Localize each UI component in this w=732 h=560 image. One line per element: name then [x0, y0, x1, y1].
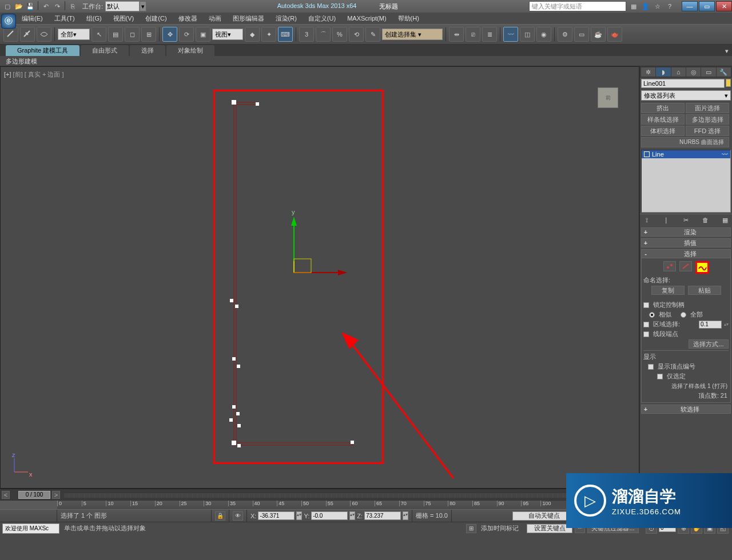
paste-button[interactable]: 粘贴	[688, 286, 721, 295]
ribbon-tab-freeform[interactable]: 自由形式	[81, 45, 129, 56]
similar-radio[interactable]	[649, 312, 655, 318]
ribbon-collapse-icon[interactable]: ▾	[722, 46, 732, 56]
tab-utilities-icon[interactable]: 🔧	[717, 67, 731, 77]
lock-handles-check[interactable]	[643, 302, 649, 308]
link-tool-icon[interactable]	[3, 27, 18, 42]
coord-y[interactable]: -0.0	[311, 511, 348, 520]
menu-view[interactable]: 视图(V)	[108, 13, 140, 24]
rollout-render[interactable]: +渲染	[641, 227, 731, 237]
area-value-spinner[interactable]: 0.1	[699, 321, 722, 329]
anglesnap-icon[interactable]: ⌒	[316, 27, 331, 42]
help-icon[interactable]: ?	[665, 1, 675, 11]
comm-center-icon[interactable]: ⊞	[466, 524, 476, 533]
ribbon-tab-select[interactable]: 选择	[130, 45, 165, 56]
remove-mod-icon[interactable]: 🗑	[701, 215, 710, 225]
favorite-icon[interactable]: ☆	[653, 1, 663, 11]
rollout-interp[interactable]: +插值	[641, 238, 731, 247]
viewport[interactable]: [+] [前] [ 真实 + 边面 ] 前 y	[0, 66, 639, 489]
new-icon[interactable]: ▢	[2, 1, 13, 11]
ribbon-panel-label[interactable]: 多边形建模	[0, 56, 732, 66]
tab-motion-icon[interactable]: ◎	[686, 67, 701, 77]
menu-render[interactable]: 渲染(R)	[270, 13, 303, 24]
mod-btn-patchsel[interactable]: 面片选择	[686, 103, 729, 113]
redo-icon[interactable]: ↷	[52, 1, 62, 11]
mod-btn-splinesel[interactable]: 样条线选择	[641, 114, 685, 125]
pin-stack-icon[interactable]: ⟟	[642, 215, 651, 225]
open-icon[interactable]: 📂	[14, 1, 24, 11]
tab-modify-icon[interactable]: ◗	[656, 67, 670, 77]
schematic-icon[interactable]: ◫	[520, 27, 535, 42]
render-frame-icon[interactable]: ▭	[574, 27, 589, 42]
mod-btn-extrude[interactable]: 挤出	[641, 103, 685, 113]
subobj-spline-icon[interactable]	[695, 261, 709, 274]
select-name-icon[interactable]: ▤	[108, 27, 123, 42]
search-input[interactable]: 键入关键字或短语	[529, 1, 626, 11]
selonly-check[interactable]	[657, 374, 663, 379]
signin-icon[interactable]: 👤	[640, 1, 651, 11]
coord-x[interactable]: -36.371	[258, 511, 295, 520]
undo-icon[interactable]: ↶	[41, 1, 51, 11]
object-name-input[interactable]	[641, 79, 725, 88]
tab-hierarchy-icon[interactable]: ⌂	[671, 67, 686, 77]
select-tool-icon[interactable]: ↖	[92, 27, 106, 42]
scale-tool-icon[interactable]: ▣	[196, 27, 210, 42]
render-setup-icon[interactable]: ⚙	[558, 27, 572, 42]
link-icon[interactable]: ⎘	[67, 1, 78, 11]
mirror-icon[interactable]: ⇹	[449, 27, 464, 42]
coord-z[interactable]: 73.237	[364, 511, 401, 520]
subobj-segment-icon[interactable]	[679, 261, 692, 271]
align-icon[interactable]: ⎚	[466, 27, 480, 42]
ribbon-tab-paint[interactable]: 对象绘制	[166, 45, 214, 56]
app-menu-button[interactable]: ⓔ	[1, 14, 16, 29]
bind-tool-icon[interactable]	[37, 27, 51, 42]
lock-sel-icon[interactable]: 🔒	[215, 511, 225, 521]
timeline-next-icon[interactable]: >	[52, 491, 60, 499]
select-rect-icon[interactable]: ◻	[125, 27, 140, 42]
make-unique-icon[interactable]: ✂	[682, 215, 691, 225]
copy-button[interactable]: 复制	[651, 286, 685, 295]
workbench-combo[interactable]: 默认	[105, 1, 140, 11]
manipulate-icon[interactable]: ✦	[261, 27, 276, 42]
modifier-stack[interactable]: Line〰	[641, 150, 731, 213]
mod-btn-volsel[interactable]: 体积选择	[641, 126, 685, 136]
menu-tools[interactable]: 工具(T)	[49, 13, 81, 24]
menu-create[interactable]: 创建(C)	[140, 13, 172, 24]
refcoord-combo[interactable]: 视图 ▾	[212, 29, 243, 40]
apps-icon[interactable]: ▦	[628, 1, 639, 11]
curve-editor-icon[interactable]: 〰	[503, 27, 518, 42]
percentsnap-icon[interactable]: %	[332, 27, 347, 42]
render-prod-icon[interactable]: 🫖	[607, 27, 622, 42]
close-button[interactable]: ✕	[716, 1, 732, 11]
menu-maxscript[interactable]: MAXScript(M)	[341, 14, 392, 23]
selection-filter-combo[interactable]: 全部 ▾	[58, 29, 90, 40]
show-end-icon[interactable]: ∣	[662, 215, 671, 225]
snap3-icon[interactable]: 3	[299, 27, 314, 42]
save-icon[interactable]: 💾	[25, 1, 35, 11]
time-thumb[interactable]: 0 / 100	[18, 491, 50, 499]
mod-btn-polysel[interactable]: 多边形选择	[686, 114, 729, 125]
menu-grapheditor[interactable]: 图形编辑器	[227, 13, 270, 24]
stack-item-line[interactable]: Line〰	[642, 150, 730, 158]
mod-btn-nurbssel[interactable]: NURBS 曲面选择	[641, 137, 729, 147]
menu-animation[interactable]: 动画	[203, 13, 227, 24]
setkey-button[interactable]: 设置关键点	[527, 524, 572, 533]
script-listener[interactable]: 欢迎使用 MAXSc	[2, 523, 59, 534]
area-select-check[interactable]	[643, 322, 649, 327]
keyboard-icon[interactable]: ⌨	[278, 27, 293, 42]
tab-create-icon[interactable]: ✲	[641, 67, 655, 77]
rollout-softsel[interactable]: +软选择	[641, 405, 731, 414]
tab-display-icon[interactable]: ▭	[701, 67, 715, 77]
show-vnum-check[interactable]	[648, 364, 654, 370]
timeline-prev-icon[interactable]: <	[2, 491, 10, 499]
spinnersnap-icon[interactable]: ⟲	[349, 27, 364, 42]
pivot-icon[interactable]: ◆	[245, 27, 260, 42]
named-set-combo[interactable]: 创建选择集 ▾	[382, 29, 443, 40]
move-tool-icon[interactable]: ✥	[162, 27, 177, 42]
rotate-tool-icon[interactable]: ⟳	[179, 27, 194, 42]
layers-icon[interactable]: ≣	[482, 27, 497, 42]
minimize-button[interactable]: —	[682, 1, 698, 11]
render-icon[interactable]: ☕	[591, 27, 606, 42]
mod-btn-ffdsel[interactable]: FFD 选择	[686, 126, 729, 136]
menu-customize[interactable]: 自定义(U)	[303, 13, 341, 24]
maximize-button[interactable]: ▭	[699, 1, 715, 11]
